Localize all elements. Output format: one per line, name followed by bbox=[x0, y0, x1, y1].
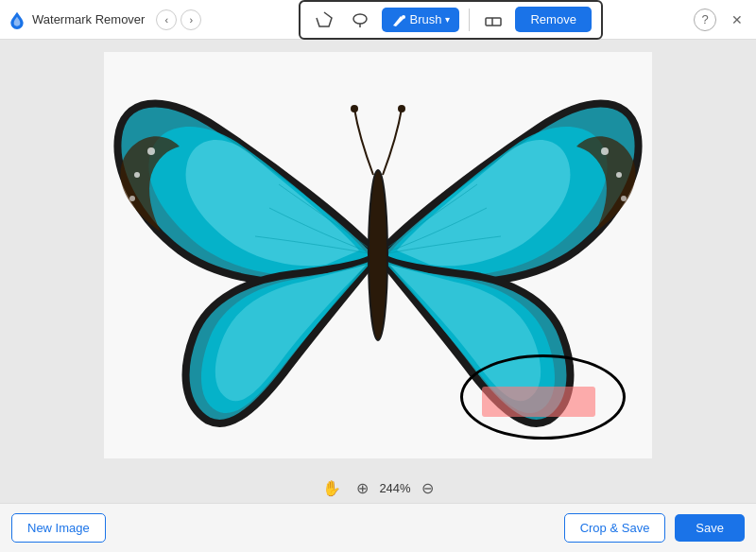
svg-point-9 bbox=[147, 147, 155, 155]
toolbar-separator bbox=[469, 9, 470, 31]
lasso-tool-button[interactable] bbox=[346, 6, 374, 34]
svg-point-11 bbox=[129, 196, 135, 201]
svg-point-7 bbox=[351, 105, 358, 112]
svg-point-0 bbox=[353, 14, 367, 24]
image-container bbox=[104, 52, 652, 462]
polygon-icon bbox=[315, 10, 334, 29]
bottom-right-actions: Crop & Save Save bbox=[564, 513, 745, 543]
canvas-area bbox=[0, 40, 756, 474]
help-button[interactable]: ? bbox=[694, 9, 716, 31]
new-image-button[interactable]: New Image bbox=[11, 513, 106, 543]
svg-point-13 bbox=[616, 172, 622, 178]
title-bar-right: ? ✕ bbox=[694, 9, 748, 31]
hand-tool-icon[interactable]: ✋ bbox=[322, 479, 341, 497]
remove-button[interactable]: Remove bbox=[515, 7, 591, 32]
polygon-tool-button[interactable] bbox=[310, 6, 338, 34]
brush-label: Brush bbox=[410, 12, 442, 26]
close-button[interactable]: ✕ bbox=[726, 9, 748, 31]
brush-tool-button[interactable]: Brush ▾ bbox=[382, 8, 460, 32]
zoom-level: 244% bbox=[376, 481, 414, 495]
brush-chevron-icon: ▾ bbox=[445, 14, 450, 25]
eraser-icon bbox=[484, 10, 503, 29]
forward-button[interactable]: › bbox=[180, 9, 201, 30]
bottom-bar: New Image Crop & Save Save bbox=[0, 503, 756, 552]
title-bar: Watermark Remover ‹ › bbox=[0, 0, 756, 40]
save-button[interactable]: Save bbox=[675, 514, 745, 542]
crop-save-button[interactable]: Crop & Save bbox=[564, 513, 666, 543]
svg-point-14 bbox=[621, 196, 627, 201]
eraser-tool-button[interactable] bbox=[479, 6, 507, 34]
zoom-out-icon[interactable]: ⊖ bbox=[421, 479, 434, 497]
svg-point-10 bbox=[134, 172, 140, 178]
nav-arrows: ‹ › bbox=[156, 9, 201, 30]
svg-point-8 bbox=[398, 105, 405, 112]
svg-point-2 bbox=[402, 15, 405, 19]
back-button[interactable]: ‹ bbox=[156, 9, 177, 30]
svg-point-6 bbox=[369, 170, 387, 340]
watermark-selection bbox=[482, 387, 595, 417]
svg-rect-3 bbox=[486, 18, 501, 26]
toolbar: Brush ▾ Remove bbox=[299, 0, 603, 40]
brush-icon bbox=[391, 12, 406, 27]
app-title: Watermark Remover bbox=[32, 12, 145, 26]
zoom-controls: ✋ ⊕ 244% ⊖ bbox=[0, 474, 756, 503]
title-bar-left: Watermark Remover ‹ › bbox=[8, 0, 694, 40]
lasso-icon bbox=[351, 10, 369, 29]
app-logo-icon bbox=[8, 10, 26, 29]
zoom-in-icon[interactable]: ⊕ bbox=[356, 479, 369, 497]
svg-point-12 bbox=[601, 147, 609, 155]
